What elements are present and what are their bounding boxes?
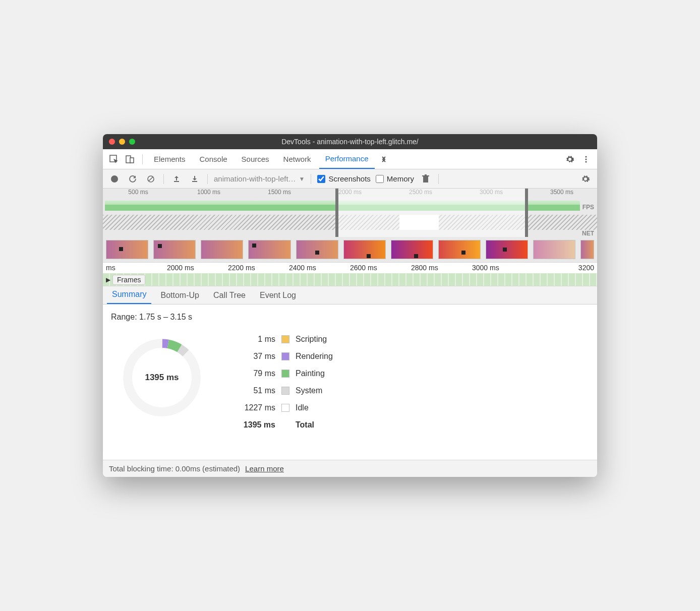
capture-settings-gear-icon[interactable]: [579, 172, 592, 186]
screenshot-thumb[interactable]: [201, 240, 243, 259]
memory-checkbox-input[interactable]: [376, 175, 384, 183]
details-tabstrip: Summary Bottom-Up Call Tree Event Log: [103, 286, 597, 304]
devtools-tabstrip: Elements Console Sources Network Perform…: [103, 149, 597, 169]
flame-tick: 2800 ms: [411, 264, 472, 273]
recording-name-dropdown[interactable]: animation-with-top-left… ▼: [214, 174, 305, 183]
svg-rect-8: [174, 181, 179, 182]
reload-record-icon[interactable]: [126, 172, 139, 186]
donut-total-label: 1395 ms: [145, 373, 179, 383]
screenshot-thumb[interactable]: [248, 240, 290, 259]
screenshots-checkbox-input[interactable]: [317, 175, 325, 183]
net-lane-label: NET: [582, 230, 594, 237]
overview-tick: 500 ms: [103, 189, 173, 199]
selected-range-label: Range: 1.75 s – 3.15 s: [111, 313, 589, 322]
zoom-window-button[interactable]: [129, 139, 135, 145]
flame-tick: 2400 ms: [289, 264, 350, 273]
detail-tab-calltree[interactable]: Call Tree: [208, 287, 251, 304]
legend-total-row: 1395 msTotal: [235, 420, 333, 430]
screenshot-thumb[interactable]: [533, 240, 575, 259]
screenshot-thumb[interactable]: [343, 240, 386, 259]
inspect-element-icon[interactable]: [107, 152, 121, 166]
legend-row: 79 msPainting: [235, 369, 333, 378]
detail-tab-summary[interactable]: Summary: [107, 286, 151, 304]
svg-point-5: [585, 161, 587, 162]
legend-row: 37 msRendering: [235, 352, 333, 361]
clear-icon[interactable]: [144, 172, 157, 186]
flame-tick: 2200 ms: [228, 264, 289, 273]
window-title: DevTools - animation-with-top-left.glitc…: [103, 138, 597, 146]
detail-tab-eventlog[interactable]: Event Log: [255, 287, 301, 304]
svg-rect-10: [423, 176, 428, 182]
tab-network[interactable]: Network: [277, 149, 317, 169]
screenshot-thumb[interactable]: [580, 240, 594, 259]
legend-swatch: [281, 335, 289, 343]
frames-track[interactable]: ▶ Frames: [103, 273, 597, 286]
overview-selection-handle[interactable]: [335, 189, 528, 237]
screenshot-thumb[interactable]: [391, 240, 433, 259]
legend-value: 79 ms: [235, 369, 275, 378]
chevron-down-icon: ▼: [299, 175, 305, 182]
screenshots-checkbox[interactable]: Screenshots: [317, 174, 370, 183]
kebab-menu-icon[interactable]: [579, 152, 593, 166]
settings-gear-icon[interactable]: [563, 152, 577, 166]
legend-value: 1227 ms: [235, 403, 275, 412]
legend-row: 1227 msIdle: [235, 403, 333, 412]
tab-elements[interactable]: Elements: [148, 149, 192, 169]
blocking-time-footer: Total blocking time: 0.00ms (estimated) …: [103, 460, 597, 477]
close-window-button[interactable]: [109, 139, 115, 145]
legend-total-label: Total: [296, 420, 314, 430]
tab-sources[interactable]: Sources: [236, 149, 275, 169]
overview-tick: 3500 ms: [527, 189, 597, 199]
overview-tick: 1000 ms: [173, 189, 244, 199]
titlebar: DevTools - animation-with-top-left.glitc…: [103, 134, 597, 149]
legend-total-value: 1395 ms: [235, 420, 275, 430]
svg-rect-11: [422, 175, 429, 176]
flame-tick: 3000 ms: [472, 264, 533, 273]
tab-console[interactable]: Console: [194, 149, 234, 169]
overview-timeline[interactable]: 500 ms 1000 ms 1500 ms 2000 ms 2500 ms 3…: [103, 189, 597, 237]
svg-rect-2: [130, 158, 134, 163]
more-tabs-icon[interactable]: [377, 152, 391, 166]
legend-value: 37 ms: [235, 352, 275, 361]
memory-checkbox[interactable]: Memory: [376, 174, 414, 183]
record-button[interactable]: [108, 172, 121, 186]
screenshot-thumb[interactable]: [486, 240, 528, 259]
overview-tick: 1500 ms: [244, 189, 315, 199]
screenshot-thumb[interactable]: [106, 240, 148, 259]
tab-performance[interactable]: Performance: [319, 149, 375, 169]
flame-tick: ms: [106, 264, 167, 273]
legend-label: Rendering: [296, 352, 333, 361]
tbt-label: Total blocking time: 0.00ms (estimated): [109, 464, 240, 473]
svg-point-4: [585, 158, 587, 160]
screenshot-thumb[interactable]: [438, 240, 481, 259]
legend-swatch: [281, 352, 289, 360]
memory-label: Memory: [387, 174, 414, 183]
screenshot-filmstrip[interactable]: [103, 237, 597, 262]
summary-pane: Range: 1.75 s – 3.15 s 1395 ms 1 msScrip…: [103, 304, 597, 460]
minimize-window-button[interactable]: [119, 139, 125, 145]
flamechart-ticks: ms 2000 ms 2200 ms 2400 ms 2600 ms 2800 …: [103, 262, 597, 273]
upload-profile-icon[interactable]: [170, 172, 183, 186]
legend-swatch: [281, 387, 289, 395]
legend-label: Painting: [296, 369, 325, 378]
summary-donut-chart: 1395 ms: [119, 335, 205, 420]
legend-label: Idle: [296, 403, 309, 412]
learn-more-link[interactable]: Learn more: [245, 464, 284, 473]
device-toolbar-icon[interactable]: [123, 152, 137, 166]
expand-triangle-icon[interactable]: ▶: [106, 276, 110, 283]
legend-row: 51 msSystem: [235, 386, 333, 395]
detail-tab-bottomup[interactable]: Bottom-Up: [155, 287, 204, 304]
svg-line-7: [149, 176, 153, 181]
gc-trash-icon[interactable]: [419, 172, 432, 186]
screenshot-thumb[interactable]: [153, 240, 196, 259]
perf-toolbar: animation-with-top-left… ▼ Screenshots M…: [103, 169, 597, 189]
recording-name-text: animation-with-top-left…: [214, 174, 296, 183]
fps-lane-label: FPS: [582, 204, 594, 211]
legend-row: 1 msScripting: [235, 335, 333, 344]
svg-point-3: [585, 156, 587, 157]
screenshot-thumb[interactable]: [296, 240, 338, 259]
devtools-window: DevTools - animation-with-top-left.glitc…: [103, 134, 597, 477]
download-profile-icon[interactable]: [188, 172, 201, 186]
legend-swatch: [281, 404, 289, 412]
svg-rect-9: [192, 181, 197, 182]
